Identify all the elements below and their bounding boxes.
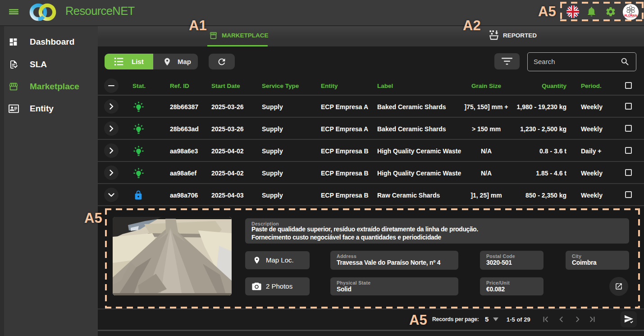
svg-text:FLORAN: FLORAN [624, 14, 637, 18]
